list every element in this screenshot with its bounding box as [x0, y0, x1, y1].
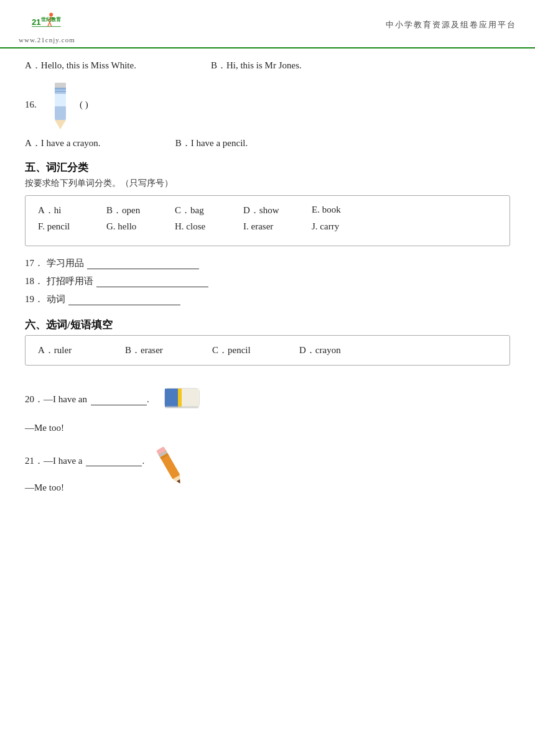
vocab-b: B．open — [106, 205, 175, 216]
logo-area: 21 世纪教育 www.21cnjy.com — [19, 6, 75, 44]
q21-row: 21．—I have a . — [25, 442, 510, 479]
vocab-e: E. book — [312, 205, 380, 216]
choice-c: C．pencil — [212, 344, 299, 356]
pencil-image — [149, 426, 214, 489]
vocab-row-1: A．hi B．open C．bag D．show E. book — [38, 205, 497, 216]
vocab-c: C．bag — [175, 205, 243, 216]
fill-17-num: 17． — [25, 257, 44, 269]
eraser-image — [162, 379, 208, 420]
word-choice-box: A．ruler B．eraser C．pencil D．crayon — [25, 335, 510, 366]
q20-period: . — [147, 394, 149, 405]
vocab-h: H. close — [175, 221, 243, 232]
fill-19-label: 动词 — [47, 293, 65, 305]
svg-line-3 — [50, 22, 52, 27]
svg-rect-11 — [55, 94, 66, 106]
item-16-paren: ( ) — [80, 99, 88, 110]
svg-rect-21 — [197, 389, 199, 407]
fill-item-19: 19． 动词 — [25, 293, 510, 305]
svg-text:21: 21 — [32, 17, 41, 27]
section5-title: 五、词汇分类 — [25, 160, 510, 175]
vocab-i: I. eraser — [243, 221, 312, 232]
svg-text:世纪教育: 世纪教育 — [41, 16, 62, 22]
fill-18-num: 18． — [25, 275, 44, 287]
fill-19-num: 19． — [25, 293, 44, 305]
choice-a: A．ruler — [38, 344, 125, 356]
vocab-f: F. pencil — [38, 221, 106, 232]
choice-b: B．eraser — [125, 344, 212, 356]
svg-rect-19 — [178, 389, 182, 407]
word-choice-row: A．ruler B．eraser C．pencil D．crayon — [38, 344, 497, 356]
fill-item-17: 17． 学习用品 — [25, 257, 510, 269]
item-16-row: 16. ( ) — [25, 76, 510, 132]
fill-18-label: 打招呼用语 — [47, 275, 93, 287]
svg-marker-12 — [55, 120, 66, 129]
svg-rect-22 — [165, 406, 199, 408]
option-b16: B．I have a pencil. — [175, 137, 248, 149]
q21-prefix: 21．—I have a — [25, 455, 82, 467]
svg-rect-14 — [55, 91, 66, 92]
vocab-row-2: F. pencil G. hello H. close I. eraser J.… — [38, 221, 497, 232]
svg-rect-18 — [165, 389, 167, 407]
fill-18-line — [96, 276, 208, 287]
logo-url: www.21cnjy.com — [19, 36, 75, 44]
choice-d: D．crayon — [299, 344, 386, 356]
vocab-d: D．show — [243, 205, 312, 216]
q20-row: 20．—I have an . — [25, 379, 510, 420]
option-b15: B．Hi, this is Mr Jones. — [211, 60, 302, 71]
section6-title: 六、选词/短语填空 — [25, 318, 510, 332]
svg-rect-10 — [55, 83, 66, 88]
fill-item-18: 18． 打招呼用语 — [25, 275, 510, 287]
item-16-num: 16. — [25, 99, 42, 110]
fill-17-label: 学习用品 — [47, 257, 84, 269]
platform-name: 中小学教育资源及组卷应用平台 — [386, 19, 516, 30]
ab-row-15: A．Hello, this is Miss White. B．Hi, this … — [25, 60, 510, 71]
page-header: 21 世纪教育 www.21cnjy.com 中小学教育资源及组卷应用平台 — [0, 0, 535, 48]
q20-prefix: 20．—I have an — [25, 394, 87, 405]
q21-period: . — [142, 456, 144, 466]
logo-icon: 21 世纪教育 — [32, 6, 62, 36]
svg-rect-20 — [182, 389, 199, 407]
q21-blank — [86, 455, 142, 466]
option-a15: A．Hello, this is Miss White. — [25, 60, 136, 71]
q20-blank — [91, 394, 147, 405]
svg-point-0 — [50, 13, 54, 17]
vocab-box: A．hi B．open C．bag D．show E. book F. penc… — [25, 195, 510, 246]
q20-me-too: —Me too! — [25, 423, 510, 433]
q21-me-too: —Me too! — [25, 482, 510, 493]
vocab-a: A．hi — [38, 205, 106, 216]
vocab-j: J. carry — [312, 221, 380, 232]
fill-19-line — [68, 294, 180, 305]
svg-line-2 — [48, 22, 50, 27]
vocab-g: G. hello — [106, 221, 175, 232]
crayon-image — [49, 76, 72, 132]
ab-row-16: A．I have a crayon. B．I have a pencil. — [25, 137, 510, 149]
fill-17-line — [87, 258, 199, 269]
section5-instruction: 按要求给下列单词分类。（只写序号） — [25, 178, 510, 189]
option-a16: A．I have a crayon. — [25, 137, 101, 149]
main-content: A．Hello, this is Miss White. B．Hi, this … — [0, 48, 535, 520]
svg-rect-13 — [55, 88, 66, 90]
